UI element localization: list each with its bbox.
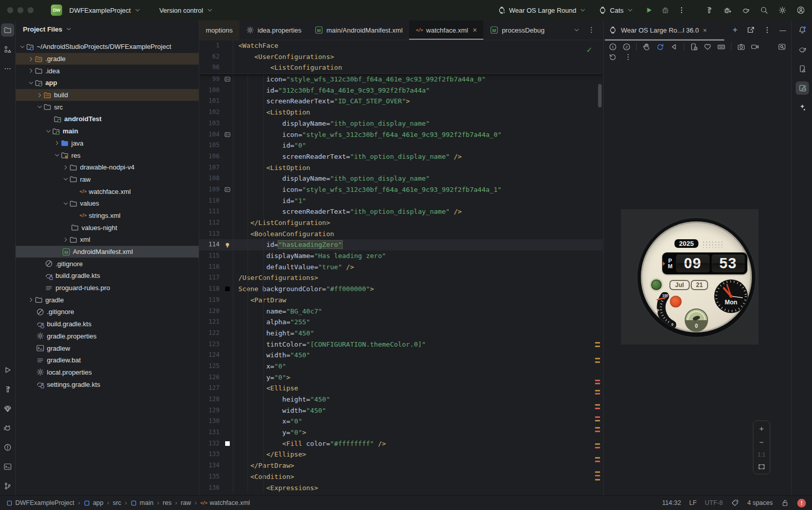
chev-right-icon[interactable] — [62, 236, 69, 243]
warning-stripe-mark[interactable] — [595, 361, 600, 363]
code-line-105[interactable]: 105 id="0" — [199, 140, 603, 151]
error-indicator[interactable]: ! — [797, 499, 806, 507]
code-line-131[interactable]: 131 y="0"> — [199, 427, 603, 438]
tree-item-watchface-xml[interactable]: </>watchface.xml — [16, 185, 199, 197]
code-line-125[interactable]: 125 x="0" — [199, 361, 603, 372]
tree-item-values-night[interactable]: values-night — [16, 221, 199, 234]
window-minimize-button[interactable] — [17, 7, 23, 13]
editor-tab-idea-properties[interactable]: idea.properties — [239, 20, 308, 40]
editor-scrollbar[interactable] — [598, 84, 602, 107]
code-line-103[interactable]: 103 displayName="ith_option_display_name… — [199, 118, 603, 129]
warning-stripe-mark[interactable] — [595, 358, 600, 359]
error-stripe-mark[interactable] — [595, 431, 600, 432]
lock-icon[interactable] — [781, 499, 789, 507]
tool-window-button-project[interactable] — [1, 23, 14, 37]
tree-item-raw[interactable]: raw — [16, 174, 199, 186]
error-stripe-mark[interactable] — [595, 380, 600, 381]
chev-right-icon[interactable] — [28, 55, 35, 63]
tool-window-button-gradle[interactable] — [796, 43, 809, 56]
tree-item--AndroidStudioProjects-DWFExampleProject[interactable]: ~/AndroidStudioProjects/DWFExampleProjec… — [16, 41, 199, 53]
breadcrumb-item-app[interactable]: app — [84, 499, 103, 506]
breadcrumb-item-watchface-xml[interactable]: </>watchface.xml — [200, 499, 250, 506]
code-line-115[interactable]: 115 displayName="Has leading zero" — [199, 250, 603, 262]
breadcrumb-item-raw[interactable]: raw — [181, 499, 191, 506]
device-tab-label[interactable]: Wear OS Large Ro...l 36.0 — [621, 26, 699, 34]
code-line-113[interactable]: 113 <BooleanConfiguration — [199, 229, 603, 240]
chev-down-icon[interactable] — [28, 79, 35, 87]
code-line-122[interactable]: 122 height="450" — [199, 328, 603, 339]
panel-options-button[interactable] — [763, 26, 771, 34]
search-button[interactable] — [760, 6, 768, 14]
tree-item-build-gradle-kts[interactable]: build.gradle.kts — [16, 318, 199, 330]
tree-item-gradle[interactable]: gradle — [16, 294, 199, 306]
project-widget[interactable]: DWFExampleProject — [69, 7, 141, 14]
chev-right-icon[interactable] — [62, 164, 69, 171]
code-line-109[interactable]: 109 icon="style_wfs_312c30bf_f64a_461e_9… — [199, 184, 603, 195]
code-line-120[interactable]: 120 name="BG_40c7" — [199, 306, 603, 317]
tree-item--gitignore[interactable]: .gitignore — [16, 306, 199, 318]
warning-stripe-mark[interactable] — [595, 443, 600, 445]
num-1-button[interactable]: 1 — [609, 43, 617, 51]
tree-item-strings-xml[interactable]: </>strings.xml — [16, 210, 199, 222]
chev-down-icon[interactable] — [19, 43, 26, 50]
code-line-114[interactable]: 114 id="hasLeadingZero" — [199, 239, 603, 250]
chev-down-icon[interactable] — [573, 26, 580, 34]
chev-right-icon[interactable] — [36, 92, 43, 99]
chev-down-icon[interactable] — [62, 176, 69, 183]
device-selector[interactable]: Wear OS Large Round — [498, 6, 586, 14]
tree-item-values[interactable]: values — [16, 197, 199, 210]
screen-search-button[interactable] — [778, 43, 786, 51]
vcs-widget[interactable]: Version control — [159, 7, 213, 14]
tool-window-button-running-devices[interactable] — [796, 81, 809, 95]
tri-left-button[interactable] — [670, 43, 678, 51]
tool-window-button-more-tool-windows[interactable] — [1, 62, 14, 75]
warning-stripe-mark[interactable] — [595, 342, 600, 344]
breadcrumb-item-DWFExampleProject[interactable]: DWFExampleProject — [6, 499, 74, 506]
code-line-119[interactable]: 119 <PartDraw — [199, 295, 603, 306]
caret-position[interactable]: 114:32 — [662, 499, 681, 506]
tool-window-button-terminal[interactable] — [1, 460, 14, 473]
breadcrumb-item-res[interactable]: res — [163, 499, 171, 506]
tree-item-gradlew[interactable]: gradlew — [16, 342, 199, 354]
code-line-99[interactable]: 99 icon="style_wfs_312c30bf_f64a_461e_9c… — [199, 74, 603, 85]
tree-item-proguard-rules-pro[interactable]: proguard-rules.pro — [16, 282, 199, 294]
code-line-101[interactable]: 101 screenReaderText="ID_CAT_STEP_OVER"> — [199, 96, 603, 107]
error-stripe-mark[interactable] — [595, 408, 600, 409]
debug-button[interactable] — [661, 6, 669, 14]
tree-item-xml[interactable]: xml — [16, 234, 199, 246]
tree-item-res[interactable]: res — [16, 149, 199, 161]
open-in-window-button[interactable] — [747, 26, 755, 34]
code-line-130[interactable]: 130 x="0" — [199, 416, 603, 427]
warning-stripe-mark[interactable] — [595, 390, 600, 391]
code-area[interactable]: 99 icon="style_wfs_312c30bf_f64a_461e_9c… — [199, 74, 603, 493]
zoom-out-button[interactable]: − — [760, 438, 764, 446]
tool-window-button-notifications[interactable] — [796, 23, 809, 37]
code-line-121[interactable]: 121 alpha="255" — [199, 317, 603, 328]
rotate-button[interactable] — [656, 43, 664, 51]
chev-right-icon[interactable] — [28, 67, 35, 74]
keyboard-button[interactable] — [717, 43, 725, 51]
tool-window-button-version-control[interactable] — [1, 479, 14, 493]
tool-window-button-build[interactable] — [1, 383, 14, 396]
code-line-133[interactable]: 133 </Ellipse> — [199, 449, 603, 460]
warning-stripe-mark[interactable] — [595, 471, 600, 473]
tool-window-button-app-quality-insights[interactable] — [1, 402, 14, 415]
tree-item-app[interactable]: app — [16, 77, 199, 89]
tree-item-gradlew-bat[interactable]: gradlew.bat — [16, 354, 199, 366]
code-line-132[interactable]: 132 <Fill color="#ffffffff" /> — [199, 438, 603, 449]
warning-stripe-mark[interactable] — [595, 346, 600, 347]
window-zoom-button[interactable] — [28, 7, 34, 13]
editor-tab-moptions[interactable]: moptions — [199, 20, 239, 40]
file-encoding[interactable]: UTF-8 — [705, 499, 723, 506]
tree-item-settings-gradle-kts[interactable]: settings.gradle.kts — [16, 378, 199, 390]
hand-button[interactable] — [642, 43, 651, 51]
code-line-129[interactable]: 129 width="450" — [199, 405, 603, 416]
tree-item-drawable-nodpi-v4[interactable]: drawable-nodpi-v4 — [16, 161, 199, 174]
tag-icon[interactable] — [731, 499, 739, 507]
error-stripe-mark[interactable] — [595, 383, 600, 384]
code-line-136[interactable]: 136 <Expressions> — [199, 483, 603, 494]
code-line-127[interactable]: 127 <Ellipse — [199, 383, 603, 394]
code-line-134[interactable]: 134 </PartDraw> — [199, 460, 603, 471]
warning-stripe-mark[interactable] — [595, 479, 600, 480]
code-line-118[interactable]: 118 Scene backgroundColor="#ff000000"> — [199, 284, 603, 295]
